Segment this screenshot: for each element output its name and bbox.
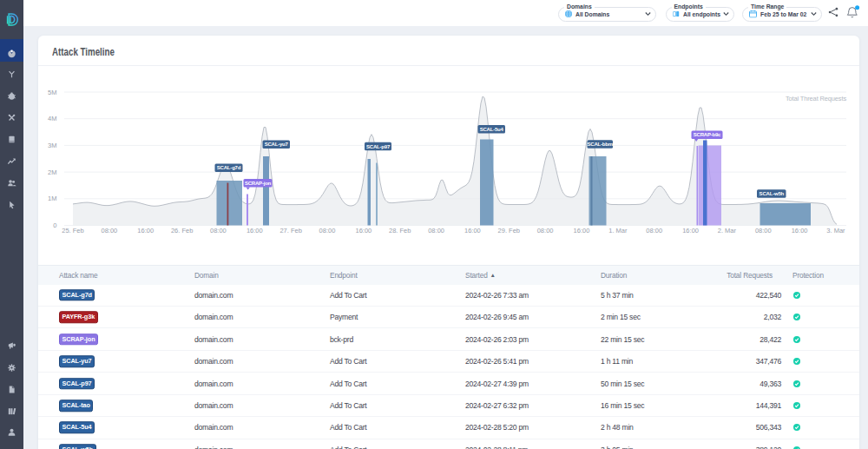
- svg-text:28. Feb: 28. Feb: [389, 227, 411, 234]
- svg-text:08:00: 08:00: [755, 227, 772, 234]
- svg-text:SCRAP-b9c: SCRAP-b9c: [694, 132, 721, 137]
- svg-text:5M: 5M: [48, 89, 56, 96]
- svg-text:08:00: 08:00: [646, 227, 662, 234]
- svg-text:27. Feb: 27. Feb: [279, 227, 301, 234]
- svg-text:25. Feb: 25. Feb: [62, 227, 83, 234]
- svg-text:3. Mar: 3. Mar: [826, 227, 845, 234]
- svg-text:08:00: 08:00: [319, 227, 336, 234]
- svg-text:2. Mar: 2. Mar: [718, 227, 737, 234]
- svg-text:29. Feb: 29. Feb: [498, 227, 520, 234]
- svg-text:SCAL-yu7: SCAL-yu7: [265, 142, 289, 147]
- svg-text:0: 0: [53, 221, 56, 229]
- svg-text:16:00: 16:00: [356, 227, 372, 234]
- svg-text:3M: 3M: [48, 142, 56, 149]
- svg-text:16:00: 16:00: [464, 227, 481, 234]
- svg-text:SCRAP-jon: SCRAP-jon: [245, 181, 272, 186]
- svg-text:SCAL-bbm: SCAL-bbm: [587, 142, 612, 147]
- svg-text:SCAL-5u4: SCAL-5u4: [480, 127, 504, 132]
- svg-text:08:00: 08:00: [428, 227, 444, 234]
- svg-text:08:00: 08:00: [210, 227, 227, 234]
- svg-text:16:00: 16:00: [574, 227, 590, 234]
- svg-text:Total Threat Requests: Total Threat Requests: [786, 95, 846, 102]
- svg-text:1M: 1M: [48, 195, 56, 202]
- svg-text:4M: 4M: [48, 115, 56, 122]
- svg-text:SCAL-p97: SCAL-p97: [366, 144, 391, 149]
- svg-text:16:00: 16:00: [137, 227, 154, 234]
- svg-text:08:00: 08:00: [537, 227, 554, 234]
- svg-text:2M: 2M: [48, 168, 56, 176]
- svg-text:26. Feb: 26. Feb: [171, 227, 193, 234]
- svg-text:08:00: 08:00: [102, 227, 118, 234]
- svg-text:1. Mar: 1. Mar: [608, 227, 628, 234]
- svg-text:SCAL-g7d: SCAL-g7d: [217, 165, 241, 170]
- svg-text:16:00: 16:00: [792, 227, 808, 234]
- svg-text:16:00: 16:00: [682, 227, 699, 234]
- svg-text:SCAL-w5h: SCAL-w5h: [760, 191, 785, 196]
- svg-text:16:00: 16:00: [247, 227, 263, 234]
